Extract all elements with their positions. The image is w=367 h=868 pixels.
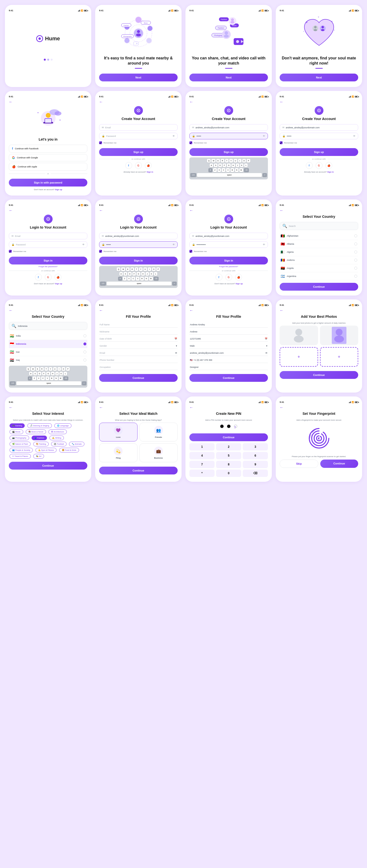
tag-photography[interactable]: 📷 Photography [9,436,29,440]
numpad-backspace[interactable]: ⌫ [243,470,268,477]
back-button[interactable]: ← [280,405,358,410]
back-button[interactable]: ← [9,405,87,410]
key-return[interactable]: ↩ [172,282,177,285]
continue-btn[interactable]: Continue [99,467,178,474]
key-m[interactable]: M [239,168,243,172]
radio-indonesia[interactable] [83,342,86,345]
key-v[interactable]: V [136,277,139,281]
key-b[interactable]: B [140,277,144,281]
key-g[interactable]: G [46,372,50,375]
keyboard[interactable]: QWERTYUIOP ASDFGHJKL ⬆ZXCVBNM⌫ 123 space… [9,366,87,388]
key-j[interactable]: J [146,272,149,276]
g-social-btn[interactable]: G [135,162,142,169]
password-input-active[interactable]: 🔒 •••••• 👁 [99,241,178,248]
country-search-input[interactable]: 🔍 Indonesia [9,322,87,330]
radio-afghanistan[interactable] [354,235,357,237]
key-q[interactable]: Q [26,367,30,371]
fullname-input[interactable]: Andrew Ainsley [189,322,268,328]
numpad-7[interactable]: 7 [189,461,215,468]
country-item-angola[interactable]: 🇦🇴 Angola [280,264,358,272]
fb-social-btn[interactable]: f [216,274,222,281]
remember-checkbox[interactable]: ✓ [189,250,192,253]
key-123[interactable]: 123 [190,173,196,177]
key-g[interactable]: G [227,163,230,167]
key-c[interactable]: C [41,376,45,380]
tag-animals[interactable]: 🐾 Animals [69,442,84,446]
key-u[interactable]: U [143,268,147,271]
g-social-btn[interactable]: G [45,274,52,281]
email-input-filled[interactable]: ✉ andrew_ainsley@yourdomain.com [189,233,268,239]
numpad-0[interactable]: 0 [216,470,241,477]
g-social-btn[interactable]: G [225,274,232,281]
key-shift[interactable]: ⬆ [208,168,213,172]
key-x[interactable]: X [37,376,40,380]
key-k[interactable]: K [59,372,63,375]
key-y[interactable]: Y [139,268,143,271]
key-d[interactable]: D [38,372,41,375]
key-r[interactable]: R [40,367,44,371]
key-j[interactable]: J [236,163,239,167]
key-j[interactable]: J [55,372,59,375]
radio-argentina[interactable] [354,275,357,278]
key-n[interactable]: N [145,277,148,281]
google-login-btn[interactable]: Continue with Google [9,154,87,161]
back-button[interactable]: ← [280,100,358,104]
key-w[interactable]: W [121,268,125,271]
key-o[interactable]: O [242,159,246,162]
key-z[interactable]: Z [213,168,217,172]
key-l[interactable]: L [154,272,157,276]
nickname-input[interactable]: Nickname [99,329,178,335]
signin-link[interactable]: Sign in [327,171,334,173]
email-input[interactable]: ✉ Email [99,124,178,131]
key-t[interactable]: T [225,159,228,162]
radio-algeria[interactable] [354,251,357,253]
key-123[interactable]: 123 [100,282,106,285]
key-n[interactable]: N [54,376,58,380]
password-input-filled[interactable]: 🔒 •••••••••••• 👁 [189,241,268,248]
tag-people-society[interactable]: 👥 People & Society [9,448,33,453]
key-w[interactable]: W [31,367,35,371]
key-i[interactable]: I [148,268,151,271]
back-button[interactable]: ← [9,100,87,104]
key-space[interactable]: space [17,381,81,385]
email-input-filled[interactable]: ✉ andrew_ainsley@yourdomain.com [99,233,178,239]
key-h[interactable]: H [231,163,235,167]
tag-football[interactable]: ⚽ Football [51,442,66,446]
back-button[interactable]: ← [189,208,268,213]
key-e[interactable]: E [216,159,220,162]
numpad-1[interactable]: 1 [189,443,215,451]
tag-art[interactable]: 🎭 Art [33,454,44,459]
key-backspace[interactable]: ⌫ [63,376,68,380]
numpad-6[interactable]: 6 [243,452,268,459]
next-button-3[interactable]: Next [280,73,358,82]
tag-book-novel[interactable]: 📚 Book & Novel [26,430,46,434]
match-fling[interactable]: 💫 Fling [99,443,138,462]
radio-iran[interactable] [83,350,86,353]
signup-link[interactable]: Sign up [55,188,62,191]
key-return[interactable]: ↩ [262,173,267,177]
signup-btn[interactable]: Sign up [99,148,178,156]
back-button[interactable]: ← [99,308,178,313]
email-input-filled[interactable]: ✉ andrew_ainsley@yourdomain.com [189,124,268,131]
tag-travel-places[interactable]: ✈ Travel & Places [9,454,31,459]
password-input[interactable]: 🔒 Password 👁 [99,133,178,139]
remember-checkbox[interactable]: ✓ [9,250,12,253]
remember-checkbox[interactable]: ✓ [99,141,102,144]
key-b[interactable]: B [230,168,234,172]
forgot-link[interactable]: Forgot the password? [189,266,268,268]
back-button[interactable]: ← [9,208,87,213]
apple-social-btn[interactable]: 🍎 [235,274,242,281]
back-button[interactable]: ← [189,100,268,104]
tag-painting[interactable]: 🎨 Painting [33,442,49,446]
country-item-algeria[interactable]: 🇩🇿 Algeria [280,248,358,256]
tag-nature-plant[interactable]: 🌿 Nature & Plant [9,442,31,446]
next-button-2[interactable]: Next [189,73,268,82]
apple-social-btn[interactable]: 🍎 [326,162,332,169]
tag-food-drink[interactable]: 🍔 Food & Drink [59,448,79,453]
phone-input[interactable]: 🇺🇸 +1 (0) 467 378 399 [189,358,268,363]
continue-btn[interactable]: Continue [99,374,178,382]
remember-checkbox[interactable]: ✓ [99,250,102,253]
key-p[interactable]: P [66,367,70,371]
key-backspace[interactable]: ⌫ [244,168,249,172]
key-p[interactable]: P [156,268,160,271]
